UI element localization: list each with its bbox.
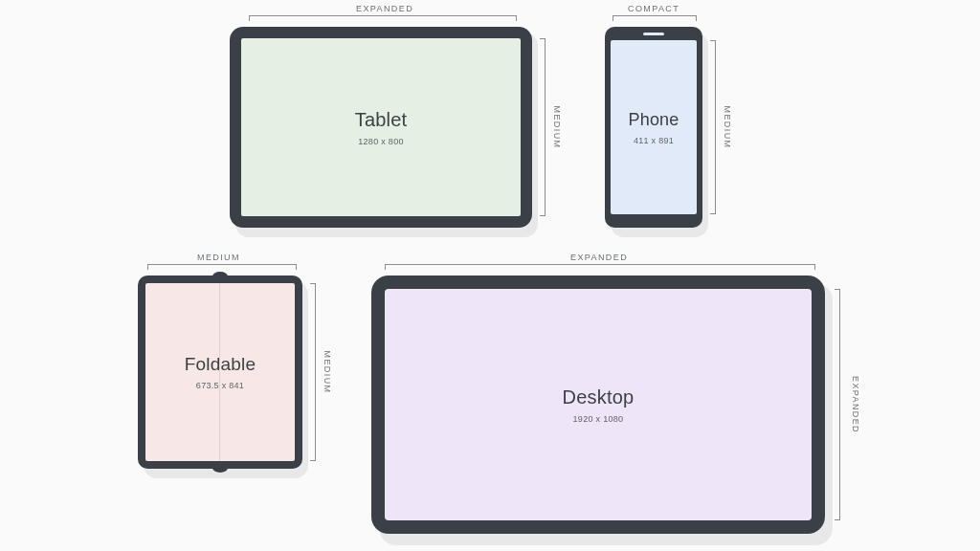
tablet-height-bracket (540, 38, 546, 216)
phone-screen: Phone 411 x 891 (611, 40, 697, 214)
desktop-name: Desktop (563, 386, 635, 408)
phone-resolution: 411 x 891 (634, 136, 674, 145)
tablet-resolution: 1280 x 800 (358, 137, 404, 146)
phone-height-label: MEDIUM (723, 106, 732, 149)
tablet-height-label: MEDIUM (552, 106, 562, 149)
desktop-height-bracket (835, 289, 840, 520)
desktop-device: EXPANDED Desktop 1920 x 1080 EXPANDED (371, 276, 850, 543)
desktop-resolution: 1920 x 1080 (573, 414, 624, 424)
phone-width-label: COMPACT (628, 4, 679, 13)
foldable-height-bracket (310, 283, 316, 461)
foldable-hinge-top (212, 272, 228, 281)
foldable-screen: Foldable 673.5 x 841 (145, 283, 295, 461)
foldable-fold-line (219, 283, 220, 461)
phone-device: COMPACT Phone 411 x 891 MEDIUM (605, 27, 720, 237)
foldable-hinge-bottom (212, 463, 228, 473)
foldable-height-label: MEDIUM (323, 351, 332, 394)
desktop-screen: Desktop 1920 x 1080 (385, 289, 812, 520)
desktop-width-label: EXPANDED (570, 253, 628, 262)
foldable-width-bracket (147, 264, 297, 270)
phone-name: Phone (628, 110, 679, 130)
tablet-device: EXPANDED Tablet 1280 x 800 MEDIUM (230, 27, 536, 237)
tablet-name: Tablet (355, 109, 408, 131)
phone-speaker (643, 33, 664, 35)
foldable-device: MEDIUM Foldable 673.5 x 841 MEDIUM (138, 276, 320, 486)
desktop-height-label: EXPANDED (851, 376, 860, 433)
phone-height-bracket (710, 40, 716, 214)
foldable-width-label: MEDIUM (197, 253, 240, 262)
tablet-width-label: EXPANDED (356, 4, 413, 13)
tablet-screen: Tablet 1280 x 800 (241, 38, 521, 216)
desktop-width-bracket (385, 264, 815, 270)
foldable-resolution: 673.5 x 841 (196, 381, 244, 390)
tablet-width-bracket (249, 15, 517, 21)
phone-width-bracket (612, 15, 697, 21)
